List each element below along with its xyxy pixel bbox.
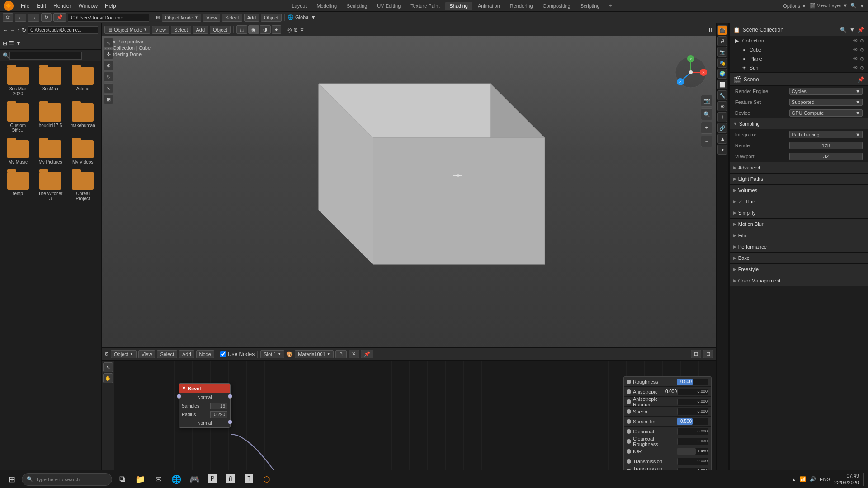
transform-tool[interactable]: ⊞ — [104, 94, 113, 104]
plane-visibility-icon[interactable]: 👁 — [853, 56, 858, 61]
back-button[interactable]: ← — [15, 14, 26, 22]
cube-settings-icon[interactable]: ⚙ — [860, 47, 864, 53]
fb-filter[interactable]: ▼ — [16, 40, 21, 47]
modifier-props-icon[interactable]: 🔧 — [717, 90, 727, 100]
options-label[interactable]: Options ▼ — [783, 3, 807, 9]
file-search-input[interactable] — [9, 52, 82, 60]
light-paths-section-header[interactable]: ▶ Light Paths ≡ — [730, 174, 868, 184]
performance-section-header[interactable]: ▶ Performance — [730, 241, 868, 252]
vp-pause-btn[interactable]: ⏸ — [707, 26, 713, 33]
ne-view-controls[interactable]: ⊞ — [703, 350, 713, 358]
tab-sculpting[interactable]: Sculpting — [342, 2, 372, 10]
camera-view-btn[interactable]: 📷 — [701, 95, 712, 107]
viewport-3d-panel[interactable]: 🖥 Object Mode ▼ View Select Add Object ⬚… — [102, 23, 716, 348]
blender-taskbar-button[interactable]: ⬡ — [259, 471, 275, 488]
fb-grid-view[interactable]: ⊞ — [3, 40, 7, 47]
menu-render[interactable]: Render — [50, 2, 75, 10]
transmission-bar-container[interactable]: 0.000 — [677, 458, 708, 465]
menu-file[interactable]: File — [17, 2, 33, 10]
vp-select-btn[interactable]: Select — [171, 26, 191, 34]
scale-tool[interactable]: ⤡ — [104, 83, 113, 93]
file-path-input[interactable] — [28, 26, 98, 34]
collection-settings-icon[interactable]: ⚙ — [860, 38, 864, 44]
rendered-shading[interactable]: ● — [272, 25, 281, 34]
fb-list-view[interactable]: ☰ — [9, 40, 14, 47]
vp-add-btn[interactable]: Add — [193, 26, 208, 34]
ne-pin-btn[interactable]: 📌 — [361, 350, 373, 358]
start-button[interactable]: ⊞ — [4, 471, 20, 488]
simplify-section-header[interactable]: ▶ Simplify — [730, 207, 868, 218]
file-item[interactable]: Unreal Project — [68, 170, 97, 203]
fb-forward[interactable]: → — [10, 27, 15, 33]
sheen-tint-bar-container[interactable]: 0.500 — [677, 418, 708, 425]
scene-props-icon[interactable]: 🎭 — [717, 58, 727, 68]
vp-object-btn[interactable]: Object — [210, 26, 231, 34]
aniso-rot-bar-container[interactable]: 0.000 — [677, 399, 708, 405]
tree-item-scene-collection[interactable]: ▶ Collection 👁 ⚙ — [730, 36, 868, 45]
tab-shading[interactable]: Shading — [445, 2, 472, 10]
outliner-search[interactable]: 🔍 — [840, 27, 847, 33]
move-tool[interactable]: ⊕ — [104, 61, 113, 70]
chrome-button[interactable]: 🌐 — [168, 471, 184, 488]
path-input[interactable] — [68, 14, 149, 22]
roughness-bar-container[interactable]: 0.500 — [677, 379, 708, 385]
ior-bar-container[interactable]: 1.450 — [677, 448, 708, 455]
add-button[interactable]: Add — [244, 14, 259, 22]
indesign-button[interactable]: 🅸 — [241, 471, 257, 488]
view-layer-props-icon[interactable]: 📷 — [717, 47, 727, 57]
bevel-in-socket[interactable] — [177, 394, 181, 399]
hair-section-header[interactable]: ▶ ✓ Hair — [730, 196, 868, 207]
data-props-icon[interactable]: ▲ — [717, 134, 727, 144]
fb-refresh[interactable]: ↻ — [22, 27, 26, 33]
material-dropdown[interactable]: Material.001 ▼ — [295, 350, 333, 358]
taskbar-search[interactable]: 🔍 Type here to search — [22, 473, 112, 486]
menu-help[interactable]: Help — [101, 2, 120, 10]
ne-unlink-btn[interactable]: ✕ — [349, 350, 359, 358]
tab-rendering[interactable]: Rendering — [505, 2, 538, 10]
ne-add-btn[interactable]: Add — [179, 350, 194, 358]
cursor-tool[interactable]: ✛ — [104, 49, 113, 59]
view-layer-dropdown[interactable]: ▼ — [843, 3, 848, 9]
refresh-button[interactable]: ↻ — [41, 13, 52, 22]
file-item-witcher3[interactable]: The Witcher 3 — [36, 170, 65, 203]
output-props-icon[interactable]: 🖨 — [717, 36, 727, 46]
file-item[interactable]: 3dsMax — [36, 65, 65, 98]
feature-set-dropdown[interactable]: Supported ▼ — [789, 99, 863, 106]
file-item[interactable]: My Videos — [68, 138, 97, 166]
ne-view-btn[interactable]: View — [138, 350, 156, 358]
tab-modeling[interactable]: Modeling — [312, 2, 341, 10]
light-paths-menu-icon[interactable]: ≡ — [862, 176, 864, 182]
render-samples-input[interactable] — [789, 142, 863, 149]
tray-icon-1[interactable]: ▲ — [791, 477, 796, 482]
file-item[interactable]: houdini17.5 — [36, 102, 65, 135]
file-explorer-button[interactable]: 📁 — [132, 471, 148, 488]
vp-view-btn[interactable]: View — [152, 26, 169, 34]
render-props-icon[interactable]: 🎬 — [717, 25, 727, 35]
outliner-filter[interactable]: ▼ — [849, 27, 855, 33]
clearcoat-bar-container[interactable]: 0.000 — [677, 428, 708, 435]
sun-visibility-icon[interactable]: 👁 — [853, 65, 858, 70]
film-section-header[interactable]: ▶ Film — [730, 230, 868, 241]
freestyle-section-header[interactable]: ▶ Freestyle — [730, 264, 868, 275]
ne-select-tool[interactable]: ↖ — [103, 362, 113, 372]
object-props-icon[interactable]: ⬜ — [717, 80, 727, 89]
volumes-section-header[interactable]: ▶ Volumes — [730, 185, 868, 196]
fb-back[interactable]: ← — [3, 27, 8, 33]
add-workspace-button[interactable]: + — [605, 1, 616, 10]
sync-button[interactable]: ⟳ — [3, 13, 13, 22]
tab-animation[interactable]: Animation — [473, 2, 505, 10]
visibility-icon[interactable]: 👁 — [853, 38, 858, 43]
file-item[interactable]: Custom Offic... — [4, 102, 33, 135]
ne-zoom-fit[interactable]: ⊡ — [691, 350, 701, 358]
render-props-pin[interactable]: 📌 — [858, 76, 864, 83]
material-shading[interactable]: ◑ — [260, 25, 271, 34]
render-engine-dropdown[interactable]: Cycles ▼ — [789, 88, 863, 95]
mail-button[interactable]: ✉ — [150, 471, 166, 488]
bake-section-header[interactable]: ▶ Bake — [730, 253, 868, 263]
bevel-radius-input[interactable] — [210, 411, 227, 418]
filter-icon[interactable]: ▼ — [859, 3, 864, 9]
viewport-type-dropdown[interactable]: 🖥 Object Mode ▼ — [104, 26, 150, 34]
file-item[interactable]: Adobe — [68, 65, 97, 98]
physics-props-icon[interactable]: ⚛ — [717, 112, 727, 122]
select-button[interactable]: Select — [222, 14, 242, 22]
